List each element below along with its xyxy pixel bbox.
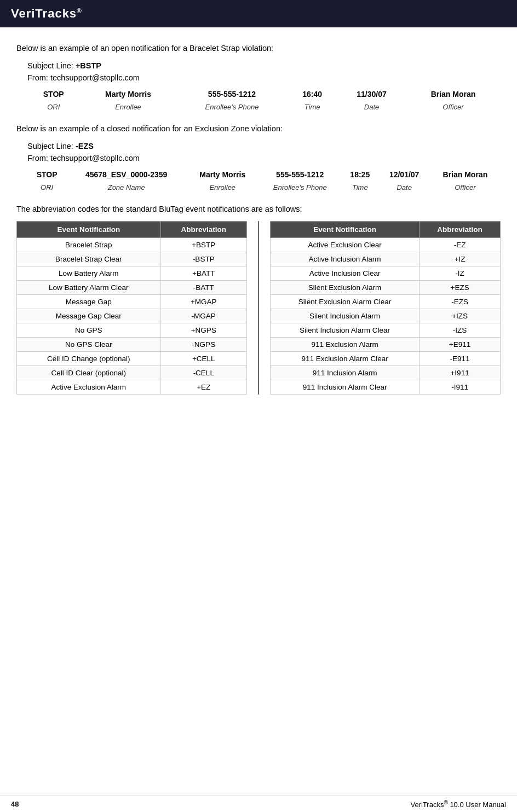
page-footer: 48 VeriTracks® 10.0 User Manual	[0, 796, 517, 812]
section1-subject-prefix: Subject Line:	[27, 61, 76, 70]
left-table-row: Message Gap+MGAP	[17, 295, 247, 309]
page-number: 48	[11, 800, 19, 808]
left-event-name: Cell ID Change (optional)	[17, 352, 161, 366]
right-event-name: 911 Exclusion Alarm	[271, 338, 420, 352]
table2-sublabel-row: ORI Zone Name Enrollee Enrollee's Phone …	[27, 181, 501, 194]
right-abbreviation: -EZS	[420, 295, 501, 309]
right-table-row: Active Exclusion Clear-EZ	[271, 238, 501, 252]
left-event-name: Bracelet Strap	[17, 238, 161, 252]
t1-enrollee-phone: Enrollee's Phone	[177, 101, 288, 113]
left-abbreviation: +BATT	[160, 266, 246, 281]
t2-phone: 555-555-1212	[258, 168, 341, 181]
abbreviation-section: The abbreviation codes for the standard …	[16, 205, 501, 395]
left-table-row: Bracelet Strap Clear-BSTP	[17, 252, 247, 266]
section2-from-email: techsupport@stopllc.com	[50, 154, 140, 163]
left-event-name: Low Battery Alarm	[17, 266, 161, 281]
table1-label-row: STOP Marty Morris 555-555-1212 16:40 11/…	[27, 88, 501, 101]
left-table-row: No GPS Clear-NGPS	[17, 338, 247, 352]
t1-phone: 555-555-1212	[177, 88, 288, 101]
right-event-name: Silent Exclusion Alarm Clear	[271, 295, 420, 309]
notification-table-2: STOP 45678_ESV_0000-2359 Marty Morris 55…	[27, 168, 501, 194]
left-abbreviation: -MGAP	[160, 309, 246, 323]
t2-time: 18:25	[341, 168, 379, 181]
section1-from-prefix: From:	[27, 73, 50, 82]
right-event-name: Active Inclusion Clear	[271, 266, 420, 281]
right-event-name: Active Exclusion Clear	[271, 238, 420, 252]
t2-officer: Brian Moran	[430, 168, 501, 181]
t2-name: Marty Morris	[186, 168, 258, 181]
abbrev-left-header: Event Notification Abbreviation	[17, 222, 247, 238]
t2-date: 12/01/07	[379, 168, 430, 181]
page-content: Below is an example of an open notificat…	[0, 27, 517, 405]
section1-from: From: techsupport@stopllc.com	[27, 73, 501, 82]
right-event-name: Silent Inclusion Alarm	[271, 309, 420, 323]
section2-subject-prefix: Subject Line:	[27, 142, 76, 150]
left-table-row: Message Gap Clear-MGAP	[17, 309, 247, 323]
logo: VeriTracks®	[11, 7, 82, 21]
abbrev-right-col2-header: Abbreviation	[420, 222, 501, 238]
t1-date: 11/30/07	[337, 88, 406, 101]
left-event-name: Active Exclusion Alarm	[17, 380, 161, 395]
t2-time-label: Time	[341, 181, 379, 194]
right-abbreviation: -I911	[420, 380, 501, 395]
t2-zone: 45678_ESV_0000-2359	[66, 168, 186, 181]
right-table-row: Silent Inclusion Alarm Clear-IZS	[271, 323, 501, 338]
right-table-row: Active Inclusion Alarm+IZ	[271, 252, 501, 266]
t2-stop: STOP	[27, 168, 66, 181]
left-table-row: Low Battery Alarm+BATT	[17, 266, 247, 281]
right-event-name: Active Inclusion Alarm	[271, 252, 420, 266]
right-table-row: 911 Exclusion Alarm+E911	[271, 338, 501, 352]
t2-date-label: Date	[379, 181, 430, 194]
left-abbreviation: +BSTP	[160, 238, 246, 252]
abbrev-tables-container: Event Notification Abbreviation Bracelet…	[16, 221, 501, 395]
left-event-name: Low Battery Alarm Clear	[17, 281, 161, 295]
t1-time-label: Time	[287, 101, 337, 113]
abbrev-left-col1-header: Event Notification	[17, 222, 161, 238]
right-abbreviation: -IZ	[420, 266, 501, 281]
t1-ori: ORI	[27, 101, 79, 113]
left-table-row: Low Battery Alarm Clear-BATT	[17, 281, 247, 295]
abbrev-table-right: Event Notification Abbreviation Active E…	[270, 221, 501, 395]
left-table-row: Cell ID Change (optional)+CELL	[17, 352, 247, 366]
abbrev-right-col1-header: Event Notification	[271, 222, 420, 238]
right-event-name: Silent Inclusion Alarm Clear	[271, 323, 420, 338]
abbrev-right-header: Event Notification Abbreviation	[271, 222, 501, 238]
left-abbreviation: +MGAP	[160, 295, 246, 309]
left-event-name: Message Gap Clear	[17, 309, 161, 323]
right-abbreviation: +IZS	[420, 309, 501, 323]
abbrev-table-left: Event Notification Abbreviation Bracelet…	[16, 221, 247, 395]
t1-officer-label: Officer	[406, 101, 501, 113]
left-event-name: Message Gap	[17, 295, 161, 309]
left-event-name: No GPS Clear	[17, 338, 161, 352]
notification-table-1: STOP Marty Morris 555-555-1212 16:40 11/…	[27, 88, 501, 113]
t1-stop: STOP	[27, 88, 79, 101]
left-table-row: No GPS+NGPS	[17, 323, 247, 338]
right-abbreviation: +EZS	[420, 281, 501, 295]
right-abbreviation: +I911	[420, 366, 501, 380]
left-abbreviation: -NGPS	[160, 338, 246, 352]
t2-enrollee: Enrollee	[186, 181, 258, 194]
left-event-name: No GPS	[17, 323, 161, 338]
right-abbreviation: +E911	[420, 338, 501, 352]
table-divider	[258, 221, 259, 395]
section2-from-prefix: From:	[27, 154, 50, 163]
left-table-row: Active Exclusion Alarm+EZ	[17, 380, 247, 395]
right-table-row: Active Inclusion Clear-IZ	[271, 266, 501, 281]
left-table-row: Cell ID Clear (optional)-CELL	[17, 366, 247, 380]
table1-sublabel-row: ORI Enrollee Enrollee's Phone Time Date …	[27, 101, 501, 113]
right-abbreviation: -IZS	[420, 323, 501, 338]
left-event-name: Bracelet Strap Clear	[17, 252, 161, 266]
t1-date-label: Date	[337, 101, 406, 113]
section2-subject: Subject Line: -EZS	[27, 142, 501, 150]
left-abbreviation: +EZ	[160, 380, 246, 395]
right-table-row: 911 Inclusion Alarm Clear-I911	[271, 380, 501, 395]
section1-from-email: techsupport@stopllc.com	[50, 73, 140, 82]
left-event-name: Cell ID Clear (optional)	[17, 366, 161, 380]
page-header: VeriTracks®	[0, 0, 517, 27]
right-table-row: Silent Exclusion Alarm Clear-EZS	[271, 295, 501, 309]
right-abbreviation: +IZ	[420, 252, 501, 266]
table2-label-row: STOP 45678_ESV_0000-2359 Marty Morris 55…	[27, 168, 501, 181]
left-abbreviation: -BSTP	[160, 252, 246, 266]
left-abbreviation: +CELL	[160, 352, 246, 366]
section2-from: From: techsupport@stopllc.com	[27, 154, 501, 163]
